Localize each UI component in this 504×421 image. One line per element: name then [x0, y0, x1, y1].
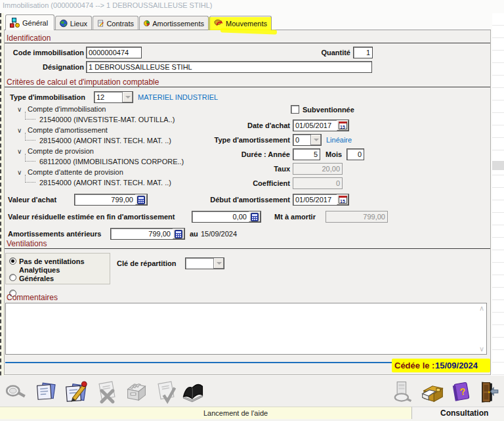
designation-label: Désignation [5, 63, 84, 71]
tab-lieux[interactable]: Lieux [55, 16, 92, 30]
type-amortissement-combo[interactable]: 0 [293, 134, 322, 146]
type-immobilisation-value: 12 [94, 92, 122, 102]
validate-icon [154, 379, 179, 404]
scroll-down-icon[interactable]: ∨ [479, 345, 484, 353]
duree-annee-field[interactable]: 5 [293, 148, 320, 160]
chevron-down-icon[interactable] [310, 135, 321, 145]
contract-icon [97, 18, 104, 28]
calendar-icon[interactable]: 15 [337, 194, 348, 205]
book-icon [180, 379, 205, 404]
tab-lieux-label: Lieux [70, 20, 87, 28]
date-achat-field[interactable]: 01/05/2017 15 [293, 120, 349, 131]
cession-highlight: Cédée le : 15/09/2024 [392, 359, 490, 372]
au-date: 15/09/2024 [201, 230, 237, 238]
type-immobilisation-combo[interactable]: 12 [94, 91, 133, 103]
help-button[interactable]: ? [449, 378, 475, 405]
tree-node-compte-provision: Compte de provision [28, 147, 94, 155]
tab-amortissements[interactable]: Amortissements [139, 16, 209, 30]
type-amortissement-label: Type d'amortissement [197, 136, 290, 144]
calculator-icon[interactable] [173, 229, 184, 239]
mois-field[interactable]: 0 [346, 148, 364, 160]
code-immobilisation-field[interactable]: 0000000474 [86, 47, 142, 58]
type-amortissement-value: 0 [293, 135, 310, 145]
radio-pas-de-ventilations[interactable] [9, 257, 16, 265]
delete-button[interactable] [94, 378, 121, 405]
commentaires-textarea[interactable]: ∧ ∨ [5, 303, 487, 355]
valeur-residuelle-field[interactable]: 0,00 [192, 211, 261, 223]
radio-analytiques[interactable] [9, 274, 16, 281]
delete-icon [95, 379, 120, 404]
calculator-icon[interactable] [135, 194, 147, 205]
tree-expand-icon-1[interactable]: ∨ [17, 106, 22, 113]
tree-node-compte-attente-provision: Compte d'attente de provision [28, 168, 123, 176]
preview-button[interactable] [389, 378, 415, 405]
scroll-up-icon[interactable]: ∧ [479, 304, 484, 313]
statusbar-mode: Consultation [440, 409, 488, 418]
cle-repartition-label: Clé de répartition [117, 259, 176, 267]
tree-connector [25, 175, 35, 183]
debut-amortissement-field[interactable]: 01/05/2017 15 [293, 194, 349, 206]
calendar-icon[interactable]: 15 [337, 120, 348, 131]
tab-mouvements[interactable]: Mouvements [209, 16, 272, 30]
archive-button[interactable] [123, 378, 150, 405]
type-immobilisation-label: Type d'immobilisation [10, 93, 85, 101]
type-immobilisation-name: MATERIEL INDUSTRIEL [138, 93, 218, 101]
list-icon [34, 380, 58, 403]
print-icon [419, 378, 446, 405]
au-label: au [190, 230, 198, 238]
print-button[interactable] [419, 378, 446, 405]
duree-annee-label: Durée : Année [197, 150, 290, 158]
cession-date: 15/09/2024 [435, 361, 478, 370]
tab-contrats[interactable]: Contrats [93, 16, 138, 30]
cle-repartition-value [186, 258, 213, 269]
debut-amortissement-label: Début d'amortissement [197, 196, 290, 204]
coefficient-field: 0 [293, 177, 343, 189]
chevron-down-icon[interactable] [122, 92, 133, 102]
validate-button[interactable] [154, 378, 180, 405]
tree-expand-icon-3[interactable]: ∨ [17, 148, 22, 155]
quantite-label: Quantité [282, 49, 350, 56]
valeur-residuelle-value: 0,00 [192, 211, 249, 222]
movement-icon [214, 18, 223, 28]
radio-pas-de-ventilations-label: Pas de ventilations [19, 257, 85, 265]
debut-amortissement-value: 01/05/2017 [293, 194, 337, 205]
criteres-rule [5, 78, 490, 87]
radio-analytiques-label: Analytiques [19, 266, 60, 274]
book-button[interactable] [180, 378, 206, 405]
mt-a-amortir-field: 799,00 [326, 211, 388, 223]
tab-general[interactable]: Général [5, 14, 54, 30]
taux-label: Taux [197, 165, 290, 173]
quantite-field[interactable]: 1 [353, 47, 373, 58]
cle-repartition-combo[interactable] [185, 257, 224, 269]
tab-mouvements-label: Mouvements [226, 20, 267, 28]
amortissements-anterieurs-field[interactable]: 799,00 [110, 228, 185, 240]
exit-button[interactable] [474, 378, 500, 405]
tree-expand-icon-4[interactable]: ∨ [17, 169, 22, 176]
tree-leaf-account-2: 28154000 (AMORT INST. TECH. MAT. ..) [39, 137, 171, 144]
statusbar-message-area: Lancement de l'aide [0, 407, 411, 419]
search-button[interactable] [3, 378, 29, 405]
designation-field[interactable]: 1 DEBROUSSAILLEUSE STIHL [86, 61, 372, 73]
valeur-achat-value: 799,00 [75, 194, 135, 205]
type-amortissement-name: Linéaire [326, 136, 352, 144]
valeur-achat-field[interactable]: 799,00 [74, 194, 148, 206]
date-achat-label: Date d'achat [197, 122, 290, 129]
tree-connector [25, 154, 35, 162]
chevron-down-icon[interactable] [213, 258, 224, 269]
tree-node-compte-amortissement: Compte d'amortissement [28, 126, 108, 134]
mt-a-amortir-label: Mt à amortir [274, 213, 316, 221]
ventilations-rule [5, 240, 490, 249]
right-edge-strip [492, 13, 504, 421]
tab-contrats-label: Contrats [106, 20, 134, 28]
valeur-residuelle-label: Valeur résiduelle estimée en fin d'amort… [8, 213, 175, 221]
list-button[interactable] [33, 378, 59, 405]
globe-icon [60, 18, 68, 28]
edit-button[interactable] [63, 378, 89, 405]
right-edge-selected-row [492, 161, 504, 170]
tree-expand-icon-2[interactable]: ∨ [17, 127, 22, 134]
subventionnee-checkbox[interactable] [291, 105, 299, 114]
valeur-achat-label: Valeur d'achat [8, 196, 56, 204]
coefficient-label: Coefficient [197, 179, 290, 187]
cession-label: Cédée le : [394, 361, 434, 370]
calculator-icon[interactable] [249, 211, 261, 222]
